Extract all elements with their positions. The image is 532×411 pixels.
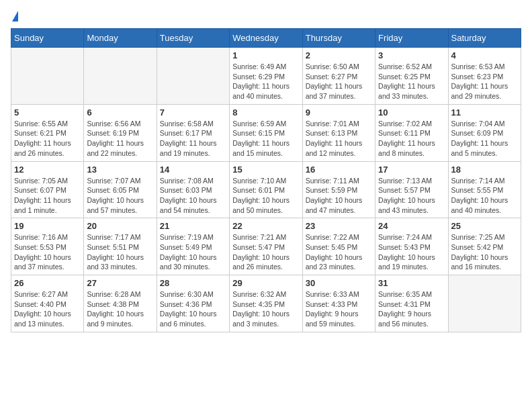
calendar-cell: 9Sunrise: 7:01 AM Sunset: 6:13 PM Daylig… — [302, 104, 375, 161]
day-info: Sunrise: 6:50 AM Sunset: 6:27 PM Dayligh… — [306, 62, 372, 101]
calendar-cell: 7Sunrise: 6:58 AM Sunset: 6:17 PM Daylig… — [157, 104, 229, 161]
day-number: 7 — [160, 107, 226, 118]
day-info: Sunrise: 6:56 AM Sunset: 6:19 PM Dayligh… — [87, 119, 153, 158]
calendar-cell: 5Sunrise: 6:55 AM Sunset: 6:21 PM Daylig… — [11, 104, 84, 161]
calendar-cell: 4Sunrise: 6:53 AM Sunset: 6:23 PM Daylig… — [448, 48, 521, 105]
day-number: 25 — [451, 221, 518, 231]
day-info: Sunrise: 6:30 AM Sunset: 4:36 PM Dayligh… — [160, 289, 226, 329]
day-info: Sunrise: 6:27 AM Sunset: 4:40 PM Dayligh… — [14, 289, 81, 329]
day-number: 22 — [232, 221, 299, 231]
day-number: 17 — [378, 165, 445, 175]
day-info: Sunrise: 7:14 AM Sunset: 5:55 PM Dayligh… — [451, 176, 518, 216]
calendar-week-row: 26Sunrise: 6:27 AM Sunset: 4:40 PM Dayli… — [11, 275, 521, 332]
day-number: 23 — [306, 221, 372, 231]
day-info: Sunrise: 6:55 AM Sunset: 6:21 PM Dayligh… — [14, 119, 81, 158]
calendar-cell: 8Sunrise: 6:59 AM Sunset: 6:15 PM Daylig… — [230, 104, 302, 161]
day-header-monday: Monday — [84, 29, 157, 48]
day-info: Sunrise: 7:11 AM Sunset: 5:59 PM Dayligh… — [306, 176, 372, 216]
day-info: Sunrise: 7:21 AM Sunset: 5:47 PM Dayligh… — [232, 232, 299, 272]
calendar-table: SundayMondayTuesdayWednesdayThursdayFrid… — [11, 28, 521, 332]
page-header — [11, 11, 521, 20]
calendar-cell: 20Sunrise: 7:17 AM Sunset: 5:51 PM Dayli… — [84, 218, 157, 275]
day-info: Sunrise: 6:59 AM Sunset: 6:15 PM Dayligh… — [232, 119, 299, 158]
day-info: Sunrise: 6:33 AM Sunset: 4:33 PM Dayligh… — [306, 289, 372, 329]
day-number: 3 — [378, 50, 445, 60]
logo-triangle-icon — [12, 11, 18, 21]
day-number: 14 — [160, 165, 226, 175]
calendar-cell: 25Sunrise: 7:25 AM Sunset: 5:42 PM Dayli… — [448, 218, 521, 275]
calendar-cell — [157, 48, 229, 105]
day-number: 19 — [14, 221, 81, 231]
calendar-cell: 1Sunrise: 6:49 AM Sunset: 6:29 PM Daylig… — [230, 48, 302, 105]
calendar-cell: 13Sunrise: 7:07 AM Sunset: 6:05 PM Dayli… — [84, 161, 157, 218]
calendar-cell: 21Sunrise: 7:19 AM Sunset: 5:49 PM Dayli… — [157, 218, 229, 275]
day-number: 29 — [232, 278, 299, 288]
day-header-friday: Friday — [375, 29, 448, 48]
day-info: Sunrise: 7:17 AM Sunset: 5:51 PM Dayligh… — [87, 232, 153, 272]
day-number: 31 — [378, 278, 445, 288]
day-number: 18 — [451, 165, 518, 175]
day-info: Sunrise: 7:22 AM Sunset: 5:45 PM Dayligh… — [306, 232, 372, 272]
calendar-cell: 11Sunrise: 7:04 AM Sunset: 6:09 PM Dayli… — [448, 104, 521, 161]
day-info: Sunrise: 7:05 AM Sunset: 6:07 PM Dayligh… — [14, 176, 81, 216]
day-number: 16 — [306, 165, 372, 175]
calendar-cell: 3Sunrise: 6:52 AM Sunset: 6:25 PM Daylig… — [375, 48, 448, 105]
day-info: Sunrise: 7:04 AM Sunset: 6:09 PM Dayligh… — [451, 119, 518, 158]
day-header-saturday: Saturday — [448, 29, 521, 48]
day-number: 13 — [87, 165, 153, 175]
day-header-wednesday: Wednesday — [230, 29, 302, 48]
calendar-cell: 2Sunrise: 6:50 AM Sunset: 6:27 PM Daylig… — [302, 48, 375, 105]
calendar-header-row: SundayMondayTuesdayWednesdayThursdayFrid… — [11, 29, 521, 48]
day-info: Sunrise: 7:07 AM Sunset: 6:05 PM Dayligh… — [87, 176, 153, 216]
day-info: Sunrise: 6:52 AM Sunset: 6:25 PM Dayligh… — [378, 62, 445, 101]
calendar-cell: 29Sunrise: 6:32 AM Sunset: 4:35 PM Dayli… — [230, 275, 302, 332]
day-number: 4 — [451, 50, 518, 60]
day-number: 28 — [160, 278, 226, 288]
day-info: Sunrise: 7:08 AM Sunset: 6:03 PM Dayligh… — [160, 176, 226, 216]
calendar-week-row: 1Sunrise: 6:49 AM Sunset: 6:29 PM Daylig… — [11, 48, 521, 105]
calendar-cell: 15Sunrise: 7:10 AM Sunset: 6:01 PM Dayli… — [230, 161, 302, 218]
day-number: 6 — [87, 107, 153, 118]
day-info: Sunrise: 7:24 AM Sunset: 5:43 PM Dayligh… — [378, 232, 445, 272]
calendar-cell — [84, 48, 157, 105]
calendar-cell: 16Sunrise: 7:11 AM Sunset: 5:59 PM Dayli… — [302, 161, 375, 218]
day-header-tuesday: Tuesday — [157, 29, 229, 48]
day-header-thursday: Thursday — [302, 29, 375, 48]
calendar-cell: 14Sunrise: 7:08 AM Sunset: 6:03 PM Dayli… — [157, 161, 229, 218]
calendar-cell — [448, 275, 521, 332]
day-number: 12 — [14, 165, 81, 175]
calendar-cell: 19Sunrise: 7:16 AM Sunset: 5:53 PM Dayli… — [11, 218, 84, 275]
calendar-week-row: 12Sunrise: 7:05 AM Sunset: 6:07 PM Dayli… — [11, 161, 521, 218]
logo — [11, 11, 18, 20]
calendar-cell: 31Sunrise: 6:35 AM Sunset: 4:31 PM Dayli… — [375, 275, 448, 332]
calendar-cell: 27Sunrise: 6:28 AM Sunset: 4:38 PM Dayli… — [84, 275, 157, 332]
day-number: 9 — [306, 107, 372, 118]
calendar-cell — [11, 48, 84, 105]
day-number: 30 — [306, 278, 372, 288]
day-number: 20 — [87, 221, 153, 231]
day-info: Sunrise: 6:49 AM Sunset: 6:29 PM Dayligh… — [232, 62, 299, 101]
calendar-week-row: 19Sunrise: 7:16 AM Sunset: 5:53 PM Dayli… — [11, 218, 521, 275]
day-number: 15 — [232, 165, 299, 175]
day-info: Sunrise: 6:35 AM Sunset: 4:31 PM Dayligh… — [378, 289, 445, 329]
day-info: Sunrise: 7:19 AM Sunset: 5:49 PM Dayligh… — [160, 232, 226, 272]
day-number: 27 — [87, 278, 153, 288]
day-info: Sunrise: 7:16 AM Sunset: 5:53 PM Dayligh… — [14, 232, 81, 272]
day-number: 1 — [232, 50, 299, 60]
day-info: Sunrise: 6:32 AM Sunset: 4:35 PM Dayligh… — [232, 289, 299, 329]
calendar-cell: 17Sunrise: 7:13 AM Sunset: 5:57 PM Dayli… — [375, 161, 448, 218]
calendar-cell: 23Sunrise: 7:22 AM Sunset: 5:45 PM Dayli… — [302, 218, 375, 275]
calendar-cell: 26Sunrise: 6:27 AM Sunset: 4:40 PM Dayli… — [11, 275, 84, 332]
calendar-cell: 24Sunrise: 7:24 AM Sunset: 5:43 PM Dayli… — [375, 218, 448, 275]
calendar-week-row: 5Sunrise: 6:55 AM Sunset: 6:21 PM Daylig… — [11, 104, 521, 161]
day-number: 11 — [451, 107, 518, 118]
calendar-cell: 10Sunrise: 7:02 AM Sunset: 6:11 PM Dayli… — [375, 104, 448, 161]
day-info: Sunrise: 6:58 AM Sunset: 6:17 PM Dayligh… — [160, 119, 226, 158]
day-number: 10 — [378, 107, 445, 118]
calendar-cell: 28Sunrise: 6:30 AM Sunset: 4:36 PM Dayli… — [157, 275, 229, 332]
calendar-cell: 30Sunrise: 6:33 AM Sunset: 4:33 PM Dayli… — [302, 275, 375, 332]
calendar-cell: 6Sunrise: 6:56 AM Sunset: 6:19 PM Daylig… — [84, 104, 157, 161]
calendar-cell: 12Sunrise: 7:05 AM Sunset: 6:07 PM Dayli… — [11, 161, 84, 218]
calendar-cell: 18Sunrise: 7:14 AM Sunset: 5:55 PM Dayli… — [448, 161, 521, 218]
day-info: Sunrise: 7:02 AM Sunset: 6:11 PM Dayligh… — [378, 119, 445, 158]
